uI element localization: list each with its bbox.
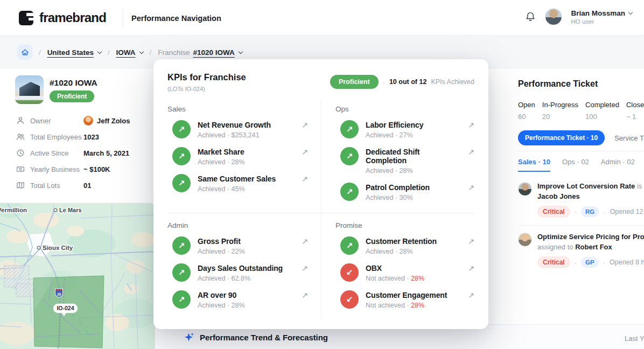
kpi-title: Same Customer Sales xyxy=(198,174,295,183)
open-kpi-link-icon[interactable]: ↗ xyxy=(302,291,308,299)
dot-separator: · xyxy=(227,158,229,166)
kpi-value: 28% xyxy=(232,302,245,309)
map-label-sioux-city: Sioux City xyxy=(43,245,73,251)
brand-logo[interactable]: framebrand xyxy=(19,10,106,25)
home-button[interactable] xyxy=(17,45,32,60)
ticket-item[interactable]: Optimize Service Pricing for Profitabili… xyxy=(518,225,644,276)
trend-up-icon: ↗ xyxy=(172,120,191,138)
dot-separator: · xyxy=(575,208,577,216)
kpi-status: Achieved xyxy=(198,248,225,255)
header-divider xyxy=(123,9,123,27)
stat-open: Open 60 xyxy=(518,101,535,121)
kpi-value: 62.8% xyxy=(232,275,250,282)
trend-up-icon: ↗ xyxy=(340,236,359,255)
breadcrumb-country[interactable]: United States xyxy=(47,48,94,57)
dot-separator: · xyxy=(395,194,397,201)
ticket-opened-time: Opened 8 hrs ago xyxy=(610,259,644,266)
kpi-value: 28% xyxy=(411,275,424,282)
kpi-row: ↗ Gross Profit Achieved · 22% ↗ xyxy=(172,236,308,255)
ticket-connector2: assigned to xyxy=(537,243,573,251)
notifications-bell-icon[interactable] xyxy=(524,11,536,23)
ticket-assignee: Robert Fox xyxy=(575,243,612,251)
stat-closed: Closed ~ 1 xyxy=(626,101,644,121)
kpi-title: OBX xyxy=(366,264,461,273)
kpi-title: Market Share xyxy=(198,148,295,156)
kpi-value: 28% xyxy=(400,167,413,174)
trend-section-title: Performance Trend & Forecasting xyxy=(200,333,328,342)
open-kpi-link-icon[interactable]: ↗ xyxy=(302,264,308,273)
franchise-photo xyxy=(15,75,44,104)
open-kpi-link-icon[interactable]: ↗ xyxy=(468,121,474,129)
tab-performance-ticket[interactable]: Performance Ticket · 10 xyxy=(518,130,605,145)
kpi-row: ↙ Customer Engagement Not achieved · 28%… xyxy=(340,290,474,309)
region-tag-label: IO-024 xyxy=(57,305,74,311)
franchise-name: #1020 IOWA xyxy=(50,78,97,88)
open-kpi-link-icon[interactable]: ↗ xyxy=(302,148,308,156)
chevron-down-icon[interactable] xyxy=(238,50,242,54)
dot-separator: · xyxy=(575,259,577,267)
trend-up-icon: ↗ xyxy=(172,236,191,255)
kpi-row: ↗ Labor Efficiency Achieved · 27% ↗ xyxy=(340,120,474,139)
chevron-down-icon[interactable] xyxy=(97,50,102,54)
kpi-row: ↗ Days Sales Outstanding Achieved · 62.8… xyxy=(172,263,308,282)
section-title: Ops xyxy=(335,105,474,113)
kpi-section-ops: Ops ↗ Labor Efficiency Achieved · 27% ↗ … xyxy=(321,101,474,211)
open-kpi-link-icon[interactable]: ↗ xyxy=(468,291,474,299)
user-menu[interactable]: Brian Mossman HO user xyxy=(571,9,632,25)
ticket-stats: Open 60 In-Progress 20 Completed 100 Clo… xyxy=(518,101,644,121)
ticket-item[interactable]: Improve Lot Conversion Rate is assigned … xyxy=(518,175,644,225)
breadcrumb-franchise[interactable]: #1020 IOWA xyxy=(193,48,234,57)
breadcrumb-state[interactable]: IOWA xyxy=(116,48,136,57)
breadcrumb-franchise-prefix: Franchise xyxy=(158,48,190,57)
kpi-value: 45% xyxy=(232,185,245,193)
section-title: Admin xyxy=(167,221,308,229)
open-kpi-link-icon[interactable]: ↗ xyxy=(468,148,474,156)
info-label: Total Employees xyxy=(30,133,81,141)
ticket-type-tabs: Performance Ticket · 10 Service Ticket xyxy=(518,130,644,151)
ticket-assignee: Jacob Jones xyxy=(537,192,580,200)
tab-service-ticket[interactable]: Service Ticket xyxy=(614,134,644,142)
subtab-ops[interactable]: Ops · 02 xyxy=(562,158,589,172)
info-label: Yearly Business xyxy=(30,165,80,173)
ticket-opened-time: Opened 12 hrs ago xyxy=(610,208,644,215)
severity-badge: Critical xyxy=(537,206,570,218)
subtab-sales[interactable]: Sales · 10 xyxy=(518,158,550,172)
stat-value: 60 xyxy=(518,113,535,121)
kpi-title: Net Revenue Growth xyxy=(198,121,295,129)
kpi-status: Achieved xyxy=(366,248,393,255)
kpi-tag-badge: RG xyxy=(581,206,599,217)
open-kpi-link-icon[interactable]: ↗ xyxy=(468,183,474,192)
kpi-title: Days Sales Outstanding xyxy=(198,264,295,273)
kpi-modal-subtitle: (LOTs IO-024) xyxy=(167,86,246,92)
open-kpi-link-icon[interactable]: ↗ xyxy=(468,237,474,246)
open-kpi-link-icon[interactable]: ↗ xyxy=(468,264,474,273)
trend-range-selector[interactable]: Last Y xyxy=(625,334,644,343)
franchise-info-panel: #1020 IOWA Proficient Owner Jeff Zolos T… xyxy=(0,68,155,203)
map-icon xyxy=(16,181,25,190)
trend-down-icon: ↙ xyxy=(340,290,359,309)
subtab-admin[interactable]: Admin · 02 xyxy=(601,158,635,172)
territory-map[interactable]: 29 Vermillion Le Mars Sioux City IO-024 xyxy=(0,203,155,349)
kpi-title: Customer Retention xyxy=(366,237,461,246)
dot-separator: · xyxy=(227,248,229,255)
dot-separator: · xyxy=(395,248,397,255)
kpi-title: Customer Engagement xyxy=(366,291,461,299)
open-kpi-link-icon[interactable]: ↗ xyxy=(302,174,308,183)
assignee-avatar xyxy=(518,182,532,196)
chevron-down-icon xyxy=(628,10,633,15)
open-kpi-link-icon[interactable]: ↗ xyxy=(302,237,308,246)
kpi-value: 30% xyxy=(400,194,413,201)
kpi-title: AR over 90 xyxy=(198,291,295,299)
section-title: Sales xyxy=(167,105,308,113)
dot-separator: · xyxy=(603,208,605,216)
kpi-modal: KPIs for Franchise (LOTs IO-024) Profici… xyxy=(153,59,488,329)
chevron-down-icon[interactable] xyxy=(139,50,143,54)
dot-separator: · xyxy=(383,78,385,86)
info-value: Jeff Zolos xyxy=(97,117,130,125)
kpi-value: $253,241 xyxy=(232,131,260,139)
open-kpi-link-icon[interactable]: ↗ xyxy=(302,121,308,129)
stat-label: Open xyxy=(518,101,535,109)
dot-separator: · xyxy=(227,275,229,282)
info-row-employees: Total Employees 1023 xyxy=(16,131,145,142)
user-avatar[interactable] xyxy=(545,8,562,25)
